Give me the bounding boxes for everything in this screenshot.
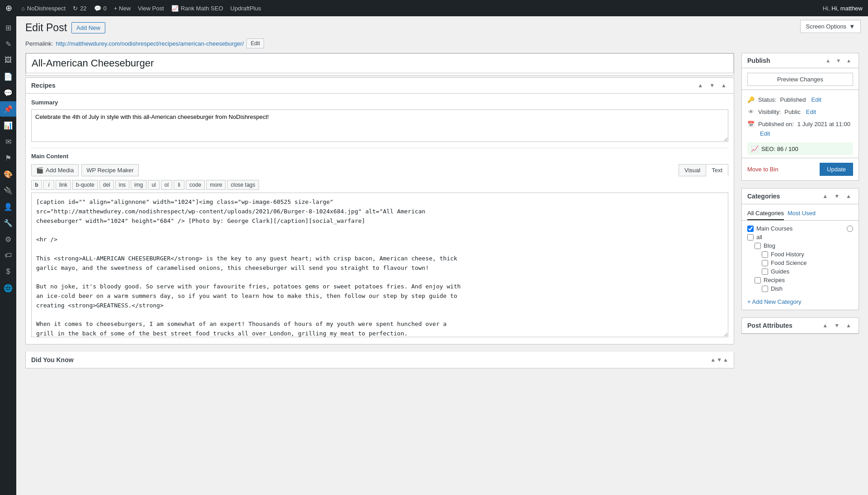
tab-visual[interactable]: Visual	[679, 164, 706, 176]
editor-buttons-left: 🎬 Add Media WP Recipe Maker	[31, 164, 139, 176]
sidebar-item-analytics[interactable]: 📊	[0, 118, 16, 133]
categories-collapse-up[interactable]: ▲	[821, 192, 830, 200]
category-checkbox-recipes[interactable]	[755, 277, 761, 283]
sidebar-item-posts[interactable]: ✎	[0, 36, 16, 52]
adminbar-greeting: Hi, Hi, matthew	[823, 5, 863, 12]
wp-logo-icon[interactable]: ⊕	[5, 3, 12, 13]
recipes-metabox: Recipes ▲ ▼ ▲ Summary Main Content	[25, 77, 734, 344]
publish-collapse-up[interactable]: ▲	[824, 57, 832, 64]
category-checkbox-main-courses[interactable]	[747, 226, 754, 232]
category-radio-main-courses[interactable]	[847, 226, 853, 232]
wp-recipe-maker-button[interactable]: WP Recipe Maker	[81, 164, 139, 176]
metabox-collapse-up[interactable]: ▲	[696, 81, 705, 90]
preview-changes-button[interactable]: Preview Changes	[747, 73, 853, 86]
format-btn-close-tags[interactable]: close tags	[227, 180, 259, 190]
collapse-up-icon[interactable]: ▲	[710, 357, 716, 363]
categories-collapse-down[interactable]: ▼	[832, 192, 841, 200]
summary-textarea[interactable]	[31, 109, 728, 142]
category-checkbox-food-science[interactable]	[762, 260, 768, 266]
format-btn-link[interactable]: link	[56, 180, 71, 190]
format-btn-italic[interactable]: i	[43, 180, 54, 190]
categories-toggle[interactable]: ▲	[844, 192, 853, 200]
format-btn-ul[interactable]: ul	[148, 180, 159, 190]
format-btn-ol[interactable]: ol	[161, 180, 172, 190]
recipes-metabox-header[interactable]: Recipes ▲ ▼ ▲	[26, 78, 734, 94]
sidebar-item-dashboard[interactable]: ⊞	[0, 20, 16, 35]
category-label-dish: Dish	[771, 285, 783, 292]
add-new-category-link[interactable]: + Add New Category	[742, 297, 859, 310]
visibility-edit-link[interactable]: Edit	[806, 108, 816, 115]
editor-textarea[interactable]	[31, 193, 728, 337]
sidebar-item-settings[interactable]: ⚙	[0, 231, 16, 247]
post-attributes-collapse-up[interactable]: ▲	[821, 321, 830, 330]
category-checkbox-dish[interactable]	[762, 286, 768, 292]
sidebar-item-media[interactable]: 🖼	[0, 52, 16, 68]
sidebar-item-pages[interactable]: 📄	[0, 69, 16, 84]
sidebar-item-tools[interactable]: 🔧	[0, 215, 16, 231]
sidebar-item-comments[interactable]: 💬	[0, 85, 16, 100]
category-checkbox-guides[interactable]	[762, 269, 768, 275]
post-attributes-collapse-down[interactable]: ▼	[832, 321, 841, 330]
sidebar-item-tag[interactable]: 🏷	[0, 248, 16, 263]
category-checkbox-blog[interactable]	[755, 243, 761, 249]
publish-visibility-row: 👁 Visibility: Public Edit	[742, 106, 859, 118]
move-to-bin-link[interactable]: Move to Bin	[747, 166, 778, 173]
adminbar-rank-math[interactable]: 📈 Rank Math SEO	[171, 5, 223, 12]
format-btn-li[interactable]: li	[174, 180, 184, 190]
category-item-recipes: Recipes	[747, 276, 853, 284]
sidebar-item-users[interactable]: 👤	[0, 199, 16, 214]
metabox-collapse-down[interactable]: ▼	[708, 81, 717, 90]
collapse-down-icon[interactable]: ▼	[717, 357, 722, 363]
date-edit-link[interactable]: Edit	[760, 130, 770, 137]
post-attributes-header[interactable]: Post Attributes ▲ ▼ ▲	[742, 318, 859, 334]
toggle-icon[interactable]: ▲	[723, 357, 728, 363]
permalink-url[interactable]: http://matthewdurey.com/nodishrespect/re…	[56, 40, 244, 47]
category-checkbox-all[interactable]	[747, 234, 754, 240]
category-checkbox-food-history[interactable]	[762, 251, 768, 258]
format-btn-bquote[interactable]: b-quote	[72, 180, 98, 190]
sidebar-item-active[interactable]: 📌	[0, 101, 16, 117]
adminbar-comments[interactable]: 💬 0	[94, 5, 107, 12]
metabox-toggle[interactable]: ▲	[719, 81, 728, 90]
sidebar-item-globe[interactable]: 🌐	[0, 280, 16, 296]
sidebar-item-mail[interactable]: ✉	[0, 134, 16, 149]
sidebar-item-plugins[interactable]: 🔌	[0, 183, 16, 198]
categories-header: Categories ▲ ▼ ▲	[742, 189, 859, 204]
update-button[interactable]: Update	[820, 163, 853, 176]
format-btn-del[interactable]: del	[99, 180, 114, 190]
add-new-button[interactable]: Add New	[71, 22, 105, 33]
post-title-input[interactable]	[26, 53, 734, 73]
publish-toggle[interactable]: ▲	[844, 57, 853, 64]
adminbar-updates[interactable]: ↻ 22	[73, 5, 86, 12]
category-label-food-science: Food Science	[771, 259, 807, 266]
calendar-icon: 📅	[747, 121, 755, 127]
edit-permalink-button[interactable]: Edit	[246, 38, 264, 48]
format-btn-img[interactable]: img	[131, 180, 146, 190]
sidebar-item-dollar[interactable]: $	[0, 264, 16, 279]
adminbar-updraft[interactable]: UpdraftPlus	[231, 5, 261, 12]
adminbar-new[interactable]: + New	[114, 5, 131, 12]
sidebar-item-appearance[interactable]: 🎨	[0, 166, 16, 182]
add-media-button[interactable]: 🎬 Add Media	[31, 164, 79, 176]
did-you-know-section[interactable]: Did You Know ▲ ▼ ▲	[25, 352, 734, 368]
page-title-area: Edit Post Add New	[25, 22, 105, 34]
format-btn-bold[interactable]: b	[31, 180, 42, 190]
format-btn-code[interactable]: code	[186, 180, 205, 190]
screen-options-button[interactable]: Screen Options ▼	[800, 20, 861, 33]
category-label-all: all	[756, 234, 762, 240]
sidebar-item-flag[interactable]: ⚑	[0, 150, 16, 165]
post-attributes-toggle[interactable]: ▲	[844, 321, 853, 330]
comments-icon: 💬	[94, 5, 101, 12]
tab-text[interactable]: Text	[706, 164, 728, 176]
status-edit-link[interactable]: Edit	[811, 96, 821, 103]
post-title-wrap	[25, 53, 734, 75]
publish-collapse-down[interactable]: ▼	[834, 57, 843, 64]
admin-sidebar: ⊞ ✎ 🖼 📄 💬 📌 📊 ✉ ⚑ 🎨 🔌 👤 🔧 ⚙ 🏷 $ 🌐	[0, 16, 16, 495]
adminbar-site-name[interactable]: ⌂ NoDishrespect	[21, 5, 66, 12]
tab-most-used[interactable]: Most Used	[788, 208, 816, 220]
visibility-value: Public	[784, 108, 800, 115]
adminbar-view-post[interactable]: View Post	[138, 5, 164, 12]
tab-all-categories[interactable]: All Categories	[747, 208, 784, 220]
format-btn-ins[interactable]: ins	[115, 180, 129, 190]
format-btn-more[interactable]: more	[206, 180, 226, 190]
